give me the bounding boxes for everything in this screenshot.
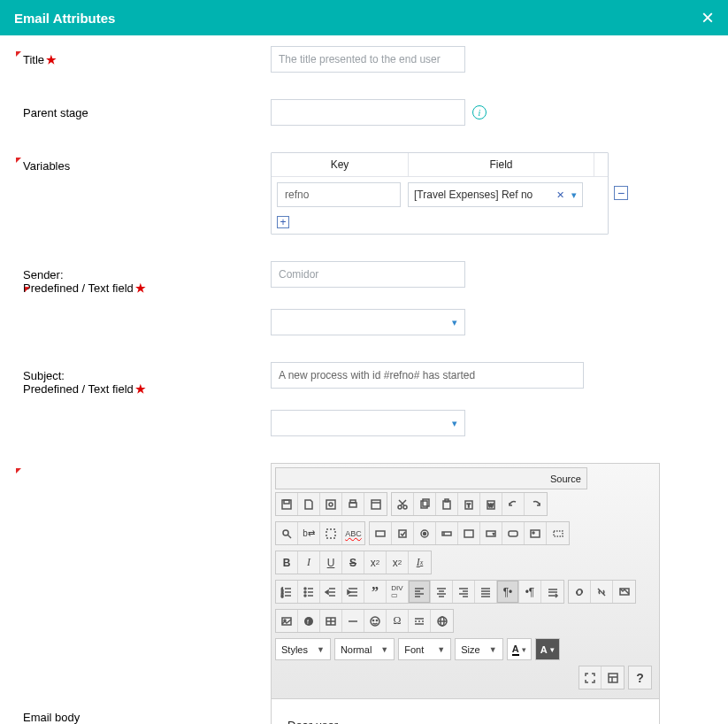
align-center-button[interactable] (431, 581, 453, 603)
info-icon[interactable]: i (472, 105, 487, 119)
numbered-list-button[interactable]: 123 (276, 581, 298, 603)
variables-row: [Travel Expenses] Ref no ✕ ▾ (272, 177, 608, 212)
paste-text-icon[interactable]: T (458, 493, 480, 515)
hr-icon[interactable] (342, 610, 364, 632)
sender-label-2: Predefined / Text field (23, 281, 134, 295)
svg-text:f: f (307, 619, 309, 625)
variables-col-field: Field (409, 153, 594, 177)
special-char-icon[interactable]: Ω (387, 610, 409, 632)
subject-label-1: Subject: (23, 369, 65, 382)
title-input[interactable] (271, 46, 465, 73)
show-blocks-button[interactable] (602, 666, 624, 689)
italic-button[interactable]: I (298, 551, 320, 574)
rtl-para-button[interactable]: •¶ (519, 581, 541, 603)
superscript-button[interactable]: x2 (387, 551, 409, 574)
align-justify-button[interactable] (475, 581, 497, 603)
print-icon[interactable] (342, 493, 364, 515)
save-icon[interactable] (276, 493, 298, 515)
font-dropdown[interactable]: Font▼ (398, 638, 451, 660)
radio-icon[interactable] (414, 522, 436, 544)
format-dropdown[interactable]: Normal▼ (334, 638, 395, 660)
outdent-button[interactable] (320, 581, 342, 603)
svg-point-10 (403, 505, 407, 509)
textfield-icon[interactable] (436, 522, 458, 544)
about-button[interactable]: ? (629, 666, 651, 689)
sender-label-1: Sender: (23, 268, 64, 281)
anchor-button[interactable] (613, 581, 635, 603)
required-star: ★ (46, 53, 57, 66)
strike-button[interactable]: S (342, 551, 364, 574)
image-button-icon[interactable] (525, 522, 547, 544)
spellcheck-icon[interactable]: ABC (342, 522, 364, 544)
smiley-icon[interactable] (364, 610, 387, 632)
pagebreak-icon[interactable] (409, 610, 431, 632)
bullet-list-button[interactable] (298, 581, 320, 603)
new-page-icon[interactable] (298, 493, 320, 515)
bidi-button[interactable] (541, 581, 563, 603)
chevron-down-icon: ▾ (452, 418, 457, 429)
variable-key-input[interactable] (277, 182, 401, 207)
sender-input[interactable] (271, 261, 465, 288)
clear-field-icon[interactable]: ✕ (556, 189, 564, 201)
cut-icon[interactable] (392, 493, 414, 515)
svg-rect-28 (464, 530, 473, 537)
indent-button[interactable] (342, 581, 364, 603)
flash-icon[interactable]: f (298, 610, 320, 632)
sender-select[interactable]: ▾ (271, 309, 465, 335)
add-variable-button[interactable]: + (277, 216, 289, 228)
iframe-icon[interactable] (431, 610, 453, 632)
svg-point-82 (372, 620, 373, 620)
bold-button[interactable]: B (276, 551, 298, 574)
svg-rect-7 (372, 500, 380, 509)
copy-icon[interactable] (414, 493, 436, 515)
remove-variable-button[interactable]: − (614, 186, 628, 200)
source-button[interactable]: Source (275, 467, 587, 489)
svg-text:3: 3 (281, 594, 284, 598)
replace-icon[interactable]: b⇄ (298, 522, 320, 544)
preview-icon[interactable] (320, 493, 342, 515)
checkbox-icon[interactable] (392, 522, 414, 544)
select-field-icon[interactable] (480, 522, 502, 544)
required-star: ★ (135, 281, 146, 295)
bg-color-button[interactable]: A▾ (535, 638, 560, 660)
size-dropdown[interactable]: Size▼ (455, 638, 502, 660)
title-label-text: Title (23, 53, 44, 66)
unlink-button[interactable] (591, 581, 613, 603)
ltr-button[interactable]: ¶• (497, 581, 519, 603)
paste-icon[interactable] (436, 493, 458, 515)
text-color-button[interactable]: A▾ (507, 638, 532, 660)
form-icon[interactable] (370, 522, 392, 544)
subject-input[interactable] (271, 362, 584, 389)
find-icon[interactable] (276, 522, 298, 544)
close-icon[interactable]: × (701, 7, 714, 28)
editor-content[interactable]: Dear user, A new process with id #refno#… (272, 699, 659, 724)
hidden-field-icon[interactable] (547, 522, 569, 544)
maximize-button[interactable] (579, 666, 602, 689)
subscript-button[interactable]: x2 (364, 551, 387, 574)
blockquote-button[interactable]: ” (364, 581, 387, 603)
variable-field-select[interactable]: [Travel Expenses] Ref no ✕ ▾ (408, 182, 583, 207)
button-field-icon[interactable] (502, 522, 525, 544)
underline-button[interactable]: U (320, 551, 342, 574)
select-all-icon[interactable] (320, 522, 342, 544)
svg-rect-21 (326, 529, 335, 538)
variable-field-value: [Travel Expenses] Ref no (414, 189, 533, 201)
image-icon[interactable] (276, 610, 298, 632)
svg-rect-11 (421, 501, 427, 508)
paste-word-icon[interactable]: W (480, 493, 502, 515)
link-button[interactable] (569, 581, 591, 603)
table-icon[interactable] (320, 610, 342, 632)
svg-point-25 (424, 532, 426, 535)
styles-dropdown[interactable]: Styles▼ (275, 638, 331, 660)
parent-stage-input[interactable] (271, 99, 465, 126)
redo-icon[interactable] (525, 493, 547, 515)
remove-format-button[interactable]: Ix (409, 551, 431, 574)
variables-label: Variables (14, 152, 271, 173)
textarea-icon[interactable] (458, 522, 480, 544)
div-button[interactable]: DIV▭ (387, 581, 409, 603)
subject-select[interactable]: ▾ (271, 410, 465, 436)
align-left-button[interactable] (409, 581, 431, 603)
templates-icon[interactable] (364, 493, 387, 515)
undo-icon[interactable] (502, 493, 525, 515)
align-right-button[interactable] (453, 581, 475, 603)
